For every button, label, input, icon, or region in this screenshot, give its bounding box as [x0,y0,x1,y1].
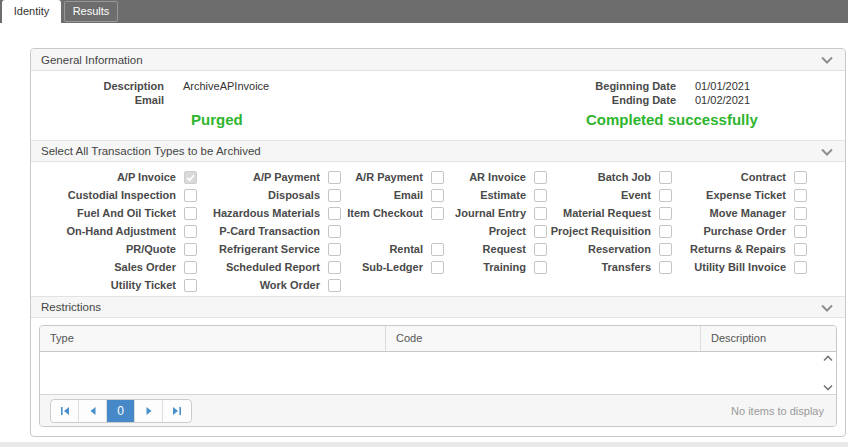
email-row: Email [31,93,269,107]
transaction-type-checkbox[interactable] [794,261,807,274]
transaction-type-checkbox[interactable] [659,225,672,238]
transaction-type-label: Custodial Inspection [68,189,176,201]
transaction-type-label: Item Checkout [347,207,423,219]
transaction-type-checkbox[interactable] [328,243,341,256]
transaction-type-checkbox[interactable] [659,243,672,256]
transaction-type-checkbox[interactable] [328,171,341,184]
transaction-type-cell: Transfers [551,258,676,276]
transaction-type-label: Work Order [260,279,320,291]
transaction-type-checkbox[interactable] [534,171,547,184]
transaction-type-checkbox[interactable] [794,189,807,202]
vertical-scrollbar[interactable] [819,352,836,394]
section-header-general-information[interactable]: General Information [31,49,845,71]
last-page-icon [172,406,182,416]
transaction-type-cell: Custodial Inspection [41,186,201,204]
transaction-type-checkbox[interactable] [659,207,672,220]
transaction-type-checkbox[interactable] [184,189,197,202]
scroll-down-icon[interactable] [823,384,833,391]
transaction-type-checkbox[interactable] [431,261,444,274]
beginning-date-value: 01/01/2021 [676,79,750,93]
transaction-type-label: Request [483,243,526,255]
chevron-down-icon[interactable] [821,148,833,156]
transaction-type-checkbox[interactable] [659,261,672,274]
pager-next-button[interactable] [135,400,163,422]
transaction-type-cell: Hazardous Materials [201,204,345,222]
tab-identity[interactable]: Identity [2,0,61,25]
transaction-type-label: Expense Ticket [706,189,786,201]
chevron-down-icon[interactable] [821,56,833,64]
transaction-type-cell: Contract [676,168,811,186]
transaction-type-checkbox[interactable] [328,225,341,238]
transaction-type-label: On-Hand Adjustment [66,225,176,237]
section-header-restrictions[interactable]: Restrictions [31,296,845,318]
transaction-type-checkbox[interactable] [431,189,444,202]
transaction-type-checkbox[interactable] [534,189,547,202]
transaction-type-cell [345,222,448,240]
transaction-type-checkbox[interactable] [328,261,341,274]
transaction-type-label: Move Manager [710,207,786,219]
transaction-type-checkbox[interactable] [328,279,341,292]
transaction-type-checkbox[interactable] [328,189,341,202]
next-page-icon [144,406,154,416]
scroll-up-icon[interactable] [823,355,833,362]
transaction-type-checkbox[interactable] [184,243,197,256]
no-items-message: No items to display [731,405,824,417]
transaction-type-cell: Item Checkout [345,204,448,222]
email-label: Email [31,93,164,107]
section-title-general-information: General Information [41,54,143,66]
transaction-type-cell: Rental [345,240,448,258]
restrictions-grid: TypeCodeDescription [39,325,837,427]
transaction-type-cell: Project [448,222,551,240]
transaction-type-label: Sales Order [114,261,176,273]
section-header-transaction-types[interactable]: Select All Transaction Types to be Archi… [31,140,845,162]
transaction-type-checkbox[interactable] [431,207,444,220]
transaction-type-checkbox[interactable] [184,207,197,220]
transaction-type-checkbox[interactable] [794,207,807,220]
transaction-type-checkbox[interactable] [794,171,807,184]
transaction-type-checkbox[interactable] [659,189,672,202]
transaction-type-checkbox[interactable] [534,207,547,220]
transaction-type-cell: AR Invoice [448,168,551,186]
column-header-code[interactable]: Code [385,326,700,351]
ending-date-row: Ending Date 01/02/2021 [543,93,758,107]
transaction-type-checkbox[interactable] [659,171,672,184]
transaction-type-cell: Move Manager [676,204,811,222]
column-header-type[interactable]: Type [40,326,385,351]
transaction-type-checkbox[interactable] [184,225,197,238]
transaction-type-label: Utility Ticket [111,279,176,291]
pager-first-button[interactable] [51,400,79,422]
chevron-down-icon[interactable] [821,304,833,312]
transaction-type-checkbox[interactable] [534,225,547,238]
transaction-type-checkbox[interactable] [794,243,807,256]
transaction-type-checkbox[interactable] [328,207,341,220]
transaction-type-checkbox[interactable] [534,243,547,256]
section-title-transaction-types: Select All Transaction Types to be Archi… [41,145,261,157]
transaction-type-checkbox[interactable] [431,171,444,184]
transaction-type-label: Sub-Ledger [362,261,423,273]
transaction-type-cell: Event [551,186,676,204]
previous-page-icon [88,406,98,416]
ending-date-label: Ending Date [543,93,676,107]
transaction-type-label: PR/Quote [126,243,176,255]
transaction-type-checkbox[interactable] [794,225,807,238]
transaction-type-cell: Scheduled Report [201,258,345,276]
pager-last-button[interactable] [163,400,191,422]
transaction-type-cell: A/P Payment [201,168,345,186]
pager-current-page[interactable]: 0 [107,400,135,422]
transaction-type-cell: Email [345,186,448,204]
transaction-type-cell [676,276,811,294]
purged-status-text: Purged [191,111,269,128]
transaction-type-checkbox[interactable] [431,243,444,256]
transaction-types-grid: A/P InvoiceA/P PaymentA/R PaymentAR Invo… [41,168,845,294]
transaction-type-cell [345,276,448,294]
tab-results[interactable]: Results [64,1,118,22]
section-title-restrictions: Restrictions [41,301,101,313]
transaction-type-label: Email [394,189,423,201]
transaction-type-cell: Batch Job [551,168,676,186]
transaction-type-checkbox[interactable] [184,261,197,274]
transaction-type-label: Disposals [268,189,320,201]
transaction-type-checkbox[interactable] [534,261,547,274]
pager-previous-button[interactable] [79,400,107,422]
transaction-type-checkbox[interactable] [184,279,197,292]
column-header-description[interactable]: Description [700,326,836,351]
